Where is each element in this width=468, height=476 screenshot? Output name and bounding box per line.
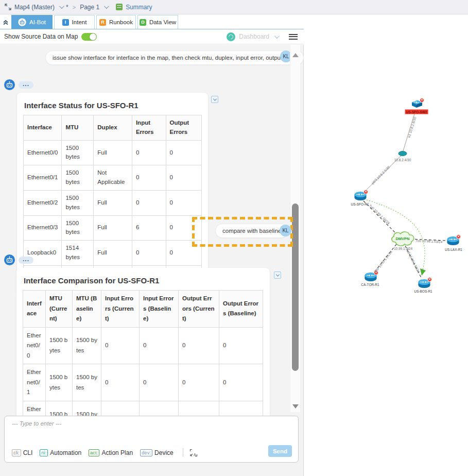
alert-badge: ✕ (420, 98, 424, 103)
avatar: KL (280, 225, 291, 236)
cli-tool-button[interactable]: cli: CLI (12, 449, 32, 456)
map-links (304, 29, 468, 476)
summary-icon (116, 4, 123, 10)
scroll-up-arrow[interactable] (292, 53, 299, 57)
cli-tag-icon: cli: (12, 449, 21, 456)
tab-ai-bot[interactable]: AI-Bot (11, 15, 53, 29)
bot-avatar-icon (4, 79, 15, 90)
app-window: Map4 (Master) * > Page 1 Summary AI-Bot … (0, 0, 468, 476)
data-view-icon: D (140, 19, 146, 26)
user-message: compare with baseline (215, 224, 288, 238)
menu-icon[interactable] (289, 34, 298, 40)
automation-tool-button[interactable]: ni: Automation (40, 449, 81, 456)
panel-header: Show Source Data on Map Dashboard (0, 29, 304, 44)
chat-panel: issue show interface for interface in th… (0, 45, 304, 476)
bot-actions-button[interactable]: ... (19, 257, 33, 264)
table-row: Ethernet0/31500 bytesFull60 (24, 215, 202, 241)
expand-icon[interactable] (5, 4, 11, 10)
expand-input-icon[interactable]: A (189, 449, 198, 457)
table-row: Ethernet0/21500 bytesFull00 (24, 190, 202, 215)
interface-comparison-table: Interface MTU (Current) MTU (Baseline) I… (23, 290, 263, 422)
action-plan-tool-button[interactable]: act: Action Plan (89, 449, 133, 456)
tab-intent[interactable]: I Intent (54, 15, 95, 29)
tab-data-view-label: Data View (149, 19, 176, 25)
bot-avatar-icon (4, 254, 15, 265)
cloud-label: DMVPN (395, 236, 409, 241)
cli-tool-label: CLI (23, 449, 33, 456)
interface-status-table: Interface MTU Duplex Input Errors Output… (23, 115, 202, 291)
show-source-data-toggle[interactable] (81, 33, 97, 41)
modified-marker: * (66, 4, 68, 11)
robot-icon (18, 18, 26, 26)
send-button[interactable]: Send (268, 445, 292, 457)
tab-data-view[interactable]: D Data View (137, 15, 178, 29)
alert-badge: ✕ (363, 190, 368, 194)
subnet-label: 10.8.2.4/30 (394, 158, 411, 162)
table-row: Ethernet0/01500 bytesFull00 (24, 140, 202, 165)
summary-link[interactable]: Summary (126, 4, 152, 11)
table-row: Ethernet0/01500 bytes1500 bytes0000 (23, 327, 263, 364)
map-title[interactable]: Map4 (Master) (14, 4, 55, 11)
tab-strip: AI-Bot I Intent R Runbook D Data View (0, 14, 304, 29)
card-title: Interface Comparison for US-SFO-R1 (24, 276, 264, 285)
map-title-chevron-icon[interactable] (59, 4, 64, 9)
message-input[interactable] (12, 420, 285, 427)
action-plan-tool-label: Action Plan (101, 449, 133, 456)
table-row: Ethernet0/11500 bytes1500 bytes0000 (23, 364, 263, 401)
tab-intent-label: Intent (72, 19, 87, 25)
user-message: issue show interface for interface in th… (45, 50, 304, 65)
device-tool-label: Device (154, 449, 174, 456)
action-plan-tag-icon: act: (89, 449, 99, 456)
svg-text:A: A (194, 453, 196, 456)
title-bar: Map4 (Master) * > Page 1 Summary (0, 0, 468, 14)
card-title: Interface Status for US-SFO-R1 (24, 101, 202, 110)
device-tag-icon: dev: (140, 449, 152, 456)
message-composer: cli: CLI ni: Automation act: Action Plan… (4, 416, 299, 463)
table-header-row: Interface MTU Duplex Input Errors Output… (24, 115, 202, 141)
automation-tool-label: Automation (50, 449, 81, 456)
alert-badge: ✕ (427, 277, 432, 282)
dashboard-icon (227, 32, 235, 41)
collapse-card-button[interactable] (211, 96, 218, 103)
device-label[interactable]: US-LAX-R1 (445, 248, 462, 251)
device-label[interactable]: CA-TOR-R1 (361, 283, 379, 286)
page-chevron-icon[interactable] (104, 4, 109, 9)
device-label[interactable]: US-SFO-R1 (351, 202, 369, 206)
bot-actions-button[interactable]: ... (19, 81, 33, 89)
breadcrumb-separator: > (73, 4, 76, 10)
runbook-icon: R (99, 19, 106, 26)
dashboard-chevron-icon[interactable] (274, 33, 280, 39)
scroll-down-arrow[interactable] (292, 404, 299, 409)
divider (183, 448, 183, 457)
intent-icon: I (62, 19, 69, 26)
collapse-card-button[interactable] (274, 271, 281, 279)
lan-segment-node[interactable] (398, 151, 407, 156)
subnet-label: 10.99.1.0/24 (394, 247, 412, 250)
dashboard-dropdown[interactable]: Dashboard (239, 33, 269, 40)
page-selector[interactable]: Page 1 (80, 4, 99, 11)
interface-comparison-card: Interface Comparison for US-SFO-R1 Inter… (16, 268, 270, 422)
show-source-data-label: Show Source Data on Map (4, 33, 78, 40)
network-map: ✕ ✕ US-SFO-SW2 ✕ US-SFO-R1 DMVPN (304, 29, 468, 476)
composer-tools: cli: CLI ni: Automation act: Action Plan… (12, 448, 198, 457)
automation-tag-icon: ni: (40, 449, 48, 456)
interface-status-card: Interface Status for US-SFO-R1 Interface… (17, 93, 208, 296)
table-header-row: Interface MTU (Current) MTU (Baseline) I… (23, 291, 263, 328)
device-tool-button[interactable]: dev: Device (140, 449, 174, 456)
table-row: Ethernet0/11500 bytesNot Applicable00 (24, 165, 202, 191)
alert-badge: ✕ (456, 234, 461, 239)
table-row: Loopback01514 bytesFull00 (24, 241, 202, 266)
tab-runbook[interactable]: R Runbook (96, 15, 136, 29)
tab-ai-bot-label: AI-Bot (29, 19, 46, 25)
device-label[interactable]: US-BOS-R1 (414, 290, 432, 293)
collapse-panel-button[interactable] (0, 15, 11, 29)
device-label[interactable]: US-SFO-SW2 (405, 110, 428, 114)
tab-runbook-label: Runbook (109, 19, 133, 25)
